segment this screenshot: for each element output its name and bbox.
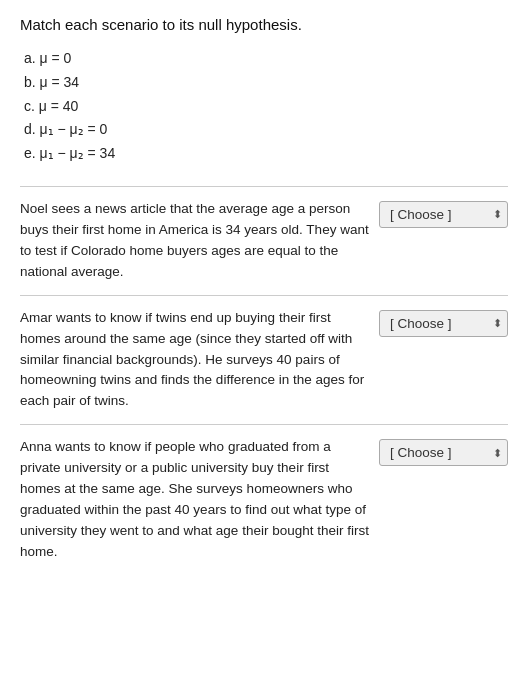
hypothesis-b: b. μ = 34: [24, 71, 508, 95]
hypothesis-e: e. μ₁ − μ₂ = 34: [24, 142, 508, 166]
scenario-text-2: Amar wants to know if twins end up buyin…: [20, 308, 379, 413]
scenario-text-1: Noel sees a news article that the averag…: [20, 199, 379, 283]
scenario-row-1: Noel sees a news article that the averag…: [20, 186, 508, 295]
dropdown-wrapper-1: [ Choose ] a. μ = 0 b. μ = 34 c. μ = 40 …: [379, 199, 508, 228]
hypotheses-list: a. μ = 0 b. μ = 34 c. μ = 40 d. μ₁ − μ₂ …: [20, 47, 508, 166]
select-container-1: [ Choose ] a. μ = 0 b. μ = 34 c. μ = 40 …: [379, 201, 508, 228]
select-container-3: [ Choose ] a. μ = 0 b. μ = 34 c. μ = 40 …: [379, 439, 508, 466]
scenario-text-3: Anna wants to know if people who graduat…: [20, 437, 379, 563]
scenario-1-dropdown[interactable]: [ Choose ] a. μ = 0 b. μ = 34 c. μ = 40 …: [379, 201, 508, 228]
scenario-row-3: Anna wants to know if people who graduat…: [20, 424, 508, 575]
page-container: Match each scenario to its null hypothes…: [0, 0, 528, 591]
dropdown-wrapper-3: [ Choose ] a. μ = 0 b. μ = 34 c. μ = 40 …: [379, 437, 508, 466]
scenario-3-dropdown[interactable]: [ Choose ] a. μ = 0 b. μ = 34 c. μ = 40 …: [379, 439, 508, 466]
scenario-row-2: Amar wants to know if twins end up buyin…: [20, 295, 508, 425]
select-container-2: [ Choose ] a. μ = 0 b. μ = 34 c. μ = 40 …: [379, 310, 508, 337]
hypothesis-d: d. μ₁ − μ₂ = 0: [24, 118, 508, 142]
dropdown-wrapper-2: [ Choose ] a. μ = 0 b. μ = 34 c. μ = 40 …: [379, 308, 508, 337]
hypothesis-a: a. μ = 0: [24, 47, 508, 71]
hypothesis-c: c. μ = 40: [24, 95, 508, 119]
scenario-2-dropdown[interactable]: [ Choose ] a. μ = 0 b. μ = 34 c. μ = 40 …: [379, 310, 508, 337]
instruction-title: Match each scenario to its null hypothes…: [20, 16, 508, 33]
